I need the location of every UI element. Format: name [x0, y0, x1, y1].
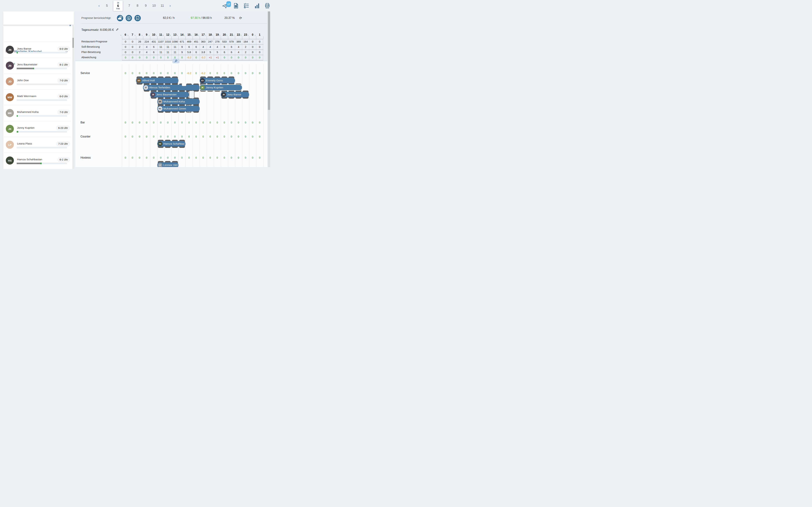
weather-icon[interactable]	[117, 15, 123, 21]
daily-revenue: Tagesumsatz: 8.030,05 €	[81, 28, 119, 32]
table-cell: 276	[214, 39, 221, 44]
deviation-cell: 0	[193, 156, 200, 159]
hour-jump-arrow-icon[interactable]: ↴	[226, 34, 227, 36]
hour-jump-arrow-icon[interactable]: ↴	[254, 34, 255, 36]
days-after: 7891011	[127, 4, 164, 8]
employee-row[interactable]: HSHamza Schahbasian6-1 Uhr	[3, 153, 73, 168]
hour-jump-arrow-icon[interactable]: ↴	[191, 34, 192, 36]
deviation-cell: 0	[178, 135, 185, 138]
employee-row[interactable]: MKMuhammed Koha7-0 Uhr	[3, 105, 73, 121]
employee-row[interactable]: JBJoey Banse6-0 Uhr	[3, 42, 73, 58]
day-button[interactable]: 9	[144, 4, 148, 8]
target-hours: 96:00 h	[202, 16, 212, 19]
shift-bar[interactable]: LVLennox Viell	[157, 162, 179, 167]
checklist-icon[interactable]	[243, 3, 249, 9]
employee-name: Hamza Schahbasian	[17, 158, 42, 161]
deviation-cell: 0	[249, 121, 256, 124]
avatar: MW	[6, 93, 14, 101]
shift-bar[interactable]: HSHamza Schahbas	[157, 141, 186, 147]
main-scrollbar-thumb[interactable]	[268, 11, 270, 110]
table-cell: 11	[171, 44, 178, 50]
hour-jump-arrow-icon[interactable]: ↴	[148, 34, 150, 36]
table-cell: 6	[150, 44, 157, 50]
forecast-panel: Prognose berücksichtigt: $ 82,0 € /	[75, 11, 267, 61]
hour-jump-arrow-icon[interactable]: ↴	[233, 34, 234, 36]
employee-name: Matti Werrmann	[17, 95, 37, 98]
avatar: EG	[200, 78, 205, 83]
day-button[interactable]: 5	[105, 4, 109, 8]
employee-row[interactable]: JDJohn Doe7-0 Uhr	[3, 74, 73, 89]
table-cell: 4	[143, 44, 150, 50]
shift-bar[interactable]: JBJens Baumeister	[150, 92, 189, 97]
hour-jump-arrow-icon[interactable]: ↴	[141, 34, 142, 36]
table-cell: 671	[178, 39, 185, 44]
prev-day-chevron-icon[interactable]: ‹	[98, 4, 100, 8]
deviation-cell: 0	[136, 121, 143, 124]
selected-day-card[interactable]: Di 6 Feb	[113, 1, 123, 11]
hour-jump-arrow-icon[interactable]: ↴	[134, 34, 135, 36]
hour-jump-arrow-icon[interactable]: ↴	[169, 34, 171, 36]
hour-jump-arrow-icon[interactable]: ↴	[176, 34, 178, 36]
shift-employee-name: Jens Baumeister	[156, 92, 188, 97]
shift-bar[interactable]: JBJoey Banse	[221, 92, 249, 97]
avatar: AH	[136, 78, 141, 83]
hour-jump-arrow-icon[interactable]: ↴	[219, 34, 220, 36]
deviation-cell: 0	[157, 135, 164, 138]
deviation-cell: 0	[256, 135, 263, 138]
table-cell: 431	[150, 39, 157, 44]
shift-bar[interactable]: AHAlfred Holl	[136, 78, 178, 83]
calendar-icon[interactable]	[134, 15, 141, 21]
hour-jump-arrow-icon[interactable]: ↴	[205, 34, 206, 36]
deviation-cell: 0	[249, 135, 256, 138]
hour-jump-arrow-icon[interactable]: ↴	[212, 34, 213, 36]
hour-jump-arrow-icon[interactable]: ↴	[247, 34, 248, 36]
table-cell: 0	[122, 50, 129, 55]
hour-jump-arrow-icon[interactable]: ↴	[162, 34, 164, 36]
row-separator	[122, 39, 263, 39]
table-cell: 0	[157, 55, 164, 60]
deviation-cell: 0	[256, 156, 263, 159]
table-cell: 6	[221, 44, 228, 50]
hour-jump-arrow-icon[interactable]: ↴	[183, 34, 185, 36]
hours-progress-bar	[17, 52, 67, 53]
day-button[interactable]: 8	[136, 4, 139, 8]
deviation-cell: 0	[221, 156, 228, 159]
hour-jump-arrow-icon[interactable]: ↴	[155, 34, 157, 36]
employee-row[interactable]: LPLeana Plass7-23 Uhr	[3, 137, 73, 153]
hour-jump-arrow-icon[interactable]: ↴	[240, 34, 241, 36]
next-day-chevron-icon[interactable]: ›	[169, 4, 171, 8]
day-button[interactable]: 10	[152, 4, 156, 8]
spreadsheet-export-icon[interactable]	[233, 3, 239, 9]
row-separator	[122, 60, 263, 60]
employee-row[interactable]: JKJonny Kuprion6-23 Uhr	[3, 121, 73, 137]
refresh-icon[interactable]: ⟳	[239, 16, 242, 20]
day-button[interactable]: 7	[127, 4, 131, 8]
printer-icon[interactable]	[264, 3, 271, 9]
shift-empty-segment[interactable]	[189, 91, 194, 99]
hour-jump-arrow-icon[interactable]: ↴	[198, 34, 199, 36]
day-button[interactable]: 11	[161, 4, 164, 8]
table-cell: 0	[129, 50, 136, 55]
deviation-cell: 0	[242, 71, 249, 74]
hours-stat: 97:30 h / 96:00 h	[191, 16, 212, 19]
hour-jump-arrow-icon[interactable]: ↴	[127, 34, 128, 36]
bar-chart-icon[interactable]	[254, 3, 260, 9]
hour-tick	[263, 37, 264, 39]
sidebar-scrollbar-thumb[interactable]	[72, 38, 74, 48]
money-icon[interactable]: $	[126, 15, 132, 21]
shift-bar[interactable]: MGMuhammed Green	[157, 106, 200, 111]
employee-row[interactable]: JBJens Baumeister8-1 Uhr	[3, 58, 73, 73]
sidebar-scrollbar[interactable]	[72, 26, 74, 169]
deviation-cell: 0	[122, 121, 129, 124]
shift-bar[interactable]: JKJonny Kuprion	[200, 85, 242, 90]
shift-bar[interactable]: MKMuhammed Koha	[157, 99, 200, 104]
shift-employee-name: Joey Banse	[227, 92, 248, 97]
main-scrollbar[interactable]	[268, 11, 270, 167]
hour-jump-arrow-icon[interactable]: ↴	[120, 34, 121, 36]
shift-bar[interactable]: ATAlessa Terheiden	[143, 85, 200, 90]
shift-break-dashes	[187, 112, 192, 112]
edit-pencil-icon[interactable]	[116, 28, 119, 31]
pin-button[interactable]	[172, 59, 179, 63]
shift-bar[interactable]: EGEmmely Gens	[200, 78, 235, 83]
employee-row[interactable]: MWMatti Werrmann6-0 Uhr	[3, 90, 73, 105]
